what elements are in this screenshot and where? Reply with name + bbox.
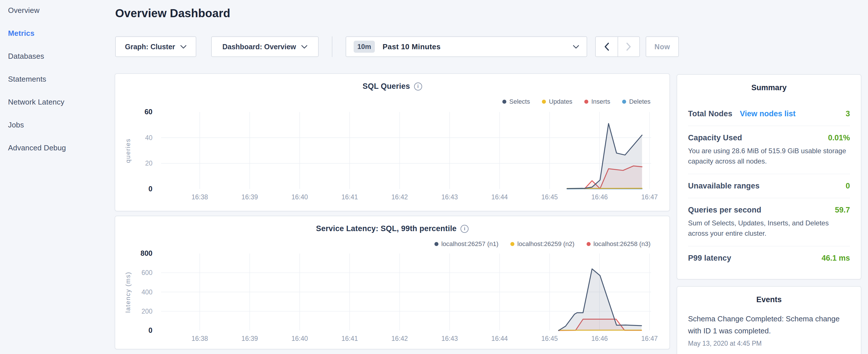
chevron-right-icon (626, 42, 631, 51)
legend-dot-icon (542, 100, 546, 104)
series-area-Selects (567, 123, 642, 189)
x-tick-label: 16:40 (291, 193, 308, 201)
time-forward-button[interactable] (618, 37, 639, 57)
event-text: Schema Change Completed: Schema change w… (688, 313, 850, 337)
summary-title: Summary (688, 83, 850, 92)
summary-row-value: 46.1 ms (822, 254, 850, 263)
time-range-dropdown[interactable]: 10m Past 10 Minutes (346, 36, 587, 57)
events-list: Schema Change Completed: Schema change w… (688, 313, 850, 347)
info-icon[interactable] (461, 225, 468, 233)
x-tick-label: 16:46 (591, 193, 608, 201)
legend-dot-icon (502, 100, 506, 104)
y-tick-label: 60 (145, 108, 152, 116)
sidebar-item-advanced-debug[interactable]: Advanced Debug (0, 136, 115, 159)
x-tick-label: 16:43 (441, 193, 458, 201)
summary-row-value: 59.7 (835, 206, 850, 215)
legend-dot-icon (584, 100, 588, 104)
series-area-localhost:26257 (n1) (559, 269, 642, 330)
summary-row: Unavailable ranges0 (688, 174, 850, 198)
sidebar-item-overview[interactable]: Overview (0, 0, 115, 22)
summary-row-label: Queries per second (688, 206, 762, 215)
summary-panel: Summary Total NodesView nodes list3Capac… (677, 74, 861, 280)
event-timestamp: May 13, 2020 at 4:45 PM (688, 340, 850, 347)
legend-label: localhost:26258 (n3) (593, 240, 651, 248)
chart-title: Service Latency: SQL, 99th percentile (316, 224, 457, 233)
legend-label: localhost:26259 (n2) (517, 240, 574, 248)
summary-row-value: 3 (846, 109, 850, 118)
sidebar-item-metrics[interactable]: Metrics (0, 22, 115, 45)
sql-queries-chart-card: SQL Queries SelectsUpdatesInsertsDeletes… (115, 73, 670, 212)
sql-queries-plot: 16:3816:3916:4016:4116:4216:4316:4416:45… (115, 108, 671, 203)
summary-row-label: Unavailable ranges (688, 182, 760, 190)
summary-row: Capacity Used0.01%You are using 28.6 MiB… (688, 126, 850, 174)
legend-item[interactable]: localhost:26258 (n3) (587, 240, 651, 248)
x-tick-label: 16:39 (242, 193, 258, 201)
now-button[interactable]: Now (646, 36, 679, 57)
db-console-page: OverviewMetricsDatabasesStatementsNetwor… (0, 0, 868, 354)
y-tick-label: 0 (149, 185, 152, 193)
chart-legend: SelectsUpdatesInsertsDeletes (502, 98, 651, 105)
time-pager (595, 36, 640, 57)
legend-dot-icon (622, 100, 626, 104)
x-tick-label: 16:40 (291, 335, 308, 342)
summary-row-description: Sum of Selects, Updates, Inserts, and De… (688, 218, 850, 238)
legend-item[interactable]: Deletes (622, 98, 651, 105)
legend-item[interactable]: localhost:26259 (n2) (510, 240, 574, 248)
graph-dropdown-label: Graph: Cluster (125, 43, 175, 51)
events-panel: Events Schema Change Completed: Schema c… (677, 286, 861, 354)
x-tick-label: 16:39 (242, 335, 258, 342)
toolbar-divider (332, 36, 333, 57)
info-icon[interactable] (414, 83, 422, 91)
page-title: Overview Dashboard (115, 7, 230, 20)
x-tick-label: 16:47 (641, 335, 658, 342)
service-latency-plot: 16:3816:3916:4016:4116:4216:4316:4416:45… (115, 250, 671, 344)
legend-label: Deletes (629, 98, 651, 105)
time-back-button[interactable] (596, 37, 618, 57)
legend-item[interactable]: Selects (502, 98, 530, 105)
legend-item[interactable]: Inserts (584, 98, 610, 105)
x-tick-label: 16:44 (492, 193, 508, 201)
x-tick-label: 16:41 (341, 335, 358, 342)
x-tick-label: 16:45 (541, 335, 558, 342)
time-range-label: Past 10 Minutes (382, 42, 441, 51)
chevron-left-icon (604, 42, 609, 51)
sidebar-item-statements[interactable]: Statements (0, 68, 115, 91)
events-title: Events (688, 295, 850, 304)
chart-title-row: SQL Queries (115, 82, 670, 91)
legend-item[interactable]: localhost:26257 (n1) (434, 240, 498, 248)
x-tick-label: 16:45 (541, 193, 558, 201)
summary-row: Total NodesView nodes list3 (688, 102, 850, 126)
service-latency-chart-card: Service Latency: SQL, 99th percentile lo… (115, 216, 670, 349)
summary-row: Queries per second59.7Sum of Selects, Up… (688, 198, 850, 246)
event-item[interactable]: Schema Change Completed: Schema change w… (688, 313, 850, 347)
summary-row-label: Total Nodes (688, 109, 733, 118)
legend-dot-icon (434, 242, 438, 246)
sidebar-item-databases[interactable]: Databases (0, 45, 115, 68)
summary-row-value: 0 (846, 182, 850, 190)
sidebar-item-network-latency[interactable]: Network Latency (0, 91, 115, 114)
legend-label: Selects (509, 98, 530, 105)
x-tick-label: 16:44 (492, 335, 508, 342)
sidebar: OverviewMetricsDatabasesStatementsNetwor… (0, 0, 115, 159)
dashboard-dropdown[interactable]: Dashboard: Overview (211, 36, 319, 57)
summary-row: P99 latency46.1 ms (688, 246, 850, 270)
y-tick-label: 400 (142, 288, 152, 296)
view-nodes-list-link[interactable]: View nodes list (740, 109, 796, 118)
x-tick-label: 16:38 (191, 335, 208, 342)
x-tick-label: 16:41 (341, 193, 358, 201)
graph-dropdown[interactable]: Graph: Cluster (115, 36, 196, 57)
toolbar: Graph: Cluster Dashboard: Overview 10m P… (115, 36, 679, 57)
legend-item[interactable]: Updates (542, 98, 572, 105)
chevron-down-icon (573, 45, 579, 49)
sidebar-item-jobs[interactable]: Jobs (0, 114, 115, 136)
summary-rows: Total NodesView nodes list3Capacity Used… (688, 102, 850, 270)
chart-title: SQL Queries (363, 82, 410, 91)
x-tick-label: 16:43 (441, 335, 458, 342)
x-tick-label: 16:47 (641, 193, 658, 201)
y-tick-label: 20 (145, 160, 152, 167)
x-tick-label: 16:42 (392, 335, 408, 342)
x-tick-label: 16:38 (191, 193, 208, 201)
y-tick-label: 200 (142, 308, 152, 315)
dashboard-dropdown-label: Dashboard: Overview (222, 43, 296, 51)
time-range-badge: 10m (353, 41, 375, 53)
